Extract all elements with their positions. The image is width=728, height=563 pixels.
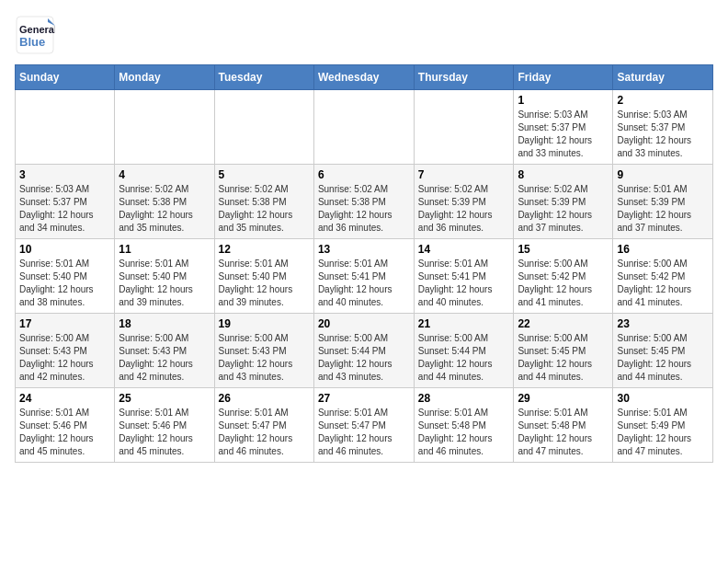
calendar-cell: 27Sunrise: 5:01 AM Sunset: 5:47 PM Dayli… [313, 388, 414, 463]
calendar-cell: 5Sunrise: 5:02 AM Sunset: 5:38 PM Daylig… [214, 165, 313, 239]
day-info: Sunrise: 5:00 AM Sunset: 5:44 PM Dayligh… [318, 332, 410, 384]
day-info: Sunrise: 5:01 AM Sunset: 5:40 PM Dayligh… [19, 258, 110, 309]
day-number: 10 [19, 243, 110, 256]
day-info: Sunrise: 5:01 AM Sunset: 5:46 PM Dayligh… [19, 407, 110, 458]
calendar-cell: 3Sunrise: 5:03 AM Sunset: 5:37 PM Daylig… [16, 165, 115, 239]
day-number: 14 [418, 243, 510, 256]
day-number: 1 [518, 94, 609, 107]
calendar-cell [313, 90, 414, 165]
calendar-cell: 22Sunrise: 5:00 AM Sunset: 5:45 PM Dayli… [514, 314, 613, 388]
calendar-cell: 17Sunrise: 5:00 AM Sunset: 5:43 PM Dayli… [16, 314, 115, 388]
day-info: Sunrise: 5:01 AM Sunset: 5:49 PM Dayligh… [617, 407, 709, 458]
calendar-cell: 15Sunrise: 5:00 AM Sunset: 5:42 PM Dayli… [514, 239, 613, 314]
day-number: 28 [418, 392, 510, 405]
calendar-cell: 7Sunrise: 5:02 AM Sunset: 5:39 PM Daylig… [414, 165, 514, 239]
calendar-cell: 14Sunrise: 5:01 AM Sunset: 5:41 PM Dayli… [414, 239, 514, 314]
day-info: Sunrise: 5:02 AM Sunset: 5:39 PM Dayligh… [418, 183, 510, 235]
day-number: 30 [617, 392, 709, 405]
calendar-cell [16, 90, 115, 165]
calendar-cell: 19Sunrise: 5:00 AM Sunset: 5:43 PM Dayli… [214, 314, 313, 388]
day-info: Sunrise: 5:01 AM Sunset: 5:39 PM Dayligh… [617, 183, 709, 235]
day-info: Sunrise: 5:01 AM Sunset: 5:41 PM Dayligh… [318, 258, 410, 309]
day-info: Sunrise: 5:01 AM Sunset: 5:48 PM Dayligh… [418, 407, 510, 458]
day-info: Sunrise: 5:00 AM Sunset: 5:42 PM Dayligh… [617, 258, 709, 309]
day-number: 24 [19, 392, 110, 405]
calendar-cell: 4Sunrise: 5:02 AM Sunset: 5:38 PM Daylig… [115, 165, 214, 239]
calendar-cell: 30Sunrise: 5:01 AM Sunset: 5:49 PM Dayli… [613, 388, 713, 463]
day-info: Sunrise: 5:03 AM Sunset: 5:37 PM Dayligh… [518, 109, 609, 160]
calendar-cell: 12Sunrise: 5:01 AM Sunset: 5:40 PM Dayli… [214, 239, 313, 314]
calendar-cell: 2Sunrise: 5:03 AM Sunset: 5:37 PM Daylig… [613, 90, 713, 165]
page-header: General Blue [15, 15, 713, 55]
logo-svg: General Blue [15, 15, 55, 55]
day-info: Sunrise: 5:00 AM Sunset: 5:45 PM Dayligh… [518, 332, 609, 384]
day-info: Sunrise: 5:00 AM Sunset: 5:45 PM Dayligh… [617, 332, 709, 384]
day-info: Sunrise: 5:03 AM Sunset: 5:37 PM Dayligh… [617, 109, 709, 160]
calendar-cell: 9Sunrise: 5:01 AM Sunset: 5:39 PM Daylig… [613, 165, 713, 239]
day-number: 20 [318, 317, 410, 330]
day-number: 2 [617, 94, 709, 107]
calendar-week-row: 10Sunrise: 5:01 AM Sunset: 5:40 PM Dayli… [16, 239, 713, 314]
day-number: 27 [318, 392, 410, 405]
calendar-cell: 25Sunrise: 5:01 AM Sunset: 5:46 PM Dayli… [115, 388, 214, 463]
day-number: 15 [518, 243, 609, 256]
weekday-header: Saturday [613, 65, 713, 90]
day-number: 4 [119, 168, 210, 181]
calendar-cell: 6Sunrise: 5:02 AM Sunset: 5:38 PM Daylig… [313, 165, 414, 239]
day-info: Sunrise: 5:01 AM Sunset: 5:46 PM Dayligh… [119, 407, 210, 458]
weekday-header: Tuesday [214, 65, 313, 90]
day-number: 23 [617, 317, 709, 330]
day-info: Sunrise: 5:01 AM Sunset: 5:40 PM Dayligh… [119, 258, 210, 309]
calendar-cell: 10Sunrise: 5:01 AM Sunset: 5:40 PM Dayli… [16, 239, 115, 314]
day-number: 21 [418, 317, 510, 330]
calendar-cell: 1Sunrise: 5:03 AM Sunset: 5:37 PM Daylig… [514, 90, 613, 165]
calendar-cell: 20Sunrise: 5:00 AM Sunset: 5:44 PM Dayli… [313, 314, 414, 388]
calendar-week-row: 24Sunrise: 5:01 AM Sunset: 5:46 PM Dayli… [16, 388, 713, 463]
day-number: 3 [19, 168, 110, 181]
calendar-cell: 18Sunrise: 5:00 AM Sunset: 5:43 PM Dayli… [115, 314, 214, 388]
weekday-header: Sunday [16, 65, 115, 90]
calendar-table: SundayMondayTuesdayWednesdayThursdayFrid… [15, 64, 713, 463]
weekday-header: Monday [115, 65, 214, 90]
day-number: 6 [318, 168, 410, 181]
calendar-cell: 26Sunrise: 5:01 AM Sunset: 5:47 PM Dayli… [214, 388, 313, 463]
calendar-cell [414, 90, 514, 165]
calendar-cell: 11Sunrise: 5:01 AM Sunset: 5:40 PM Dayli… [115, 239, 214, 314]
day-info: Sunrise: 5:01 AM Sunset: 5:47 PM Dayligh… [318, 407, 410, 458]
calendar-cell: 24Sunrise: 5:01 AM Sunset: 5:46 PM Dayli… [16, 388, 115, 463]
day-number: 22 [518, 317, 609, 330]
day-number: 19 [219, 317, 310, 330]
day-info: Sunrise: 5:00 AM Sunset: 5:42 PM Dayligh… [518, 258, 609, 309]
day-number: 26 [219, 392, 310, 405]
day-number: 18 [119, 317, 210, 330]
day-number: 5 [219, 168, 310, 181]
day-info: Sunrise: 5:02 AM Sunset: 5:39 PM Dayligh… [518, 183, 609, 235]
calendar-cell: 13Sunrise: 5:01 AM Sunset: 5:41 PM Dayli… [313, 239, 414, 314]
day-number: 29 [518, 392, 609, 405]
weekday-header: Thursday [414, 65, 514, 90]
day-number: 8 [518, 168, 609, 181]
day-number: 25 [119, 392, 210, 405]
day-number: 16 [617, 243, 709, 256]
day-info: Sunrise: 5:02 AM Sunset: 5:38 PM Dayligh… [318, 183, 410, 235]
weekday-header-row: SundayMondayTuesdayWednesdayThursdayFrid… [16, 65, 713, 90]
day-info: Sunrise: 5:01 AM Sunset: 5:40 PM Dayligh… [219, 258, 310, 309]
day-info: Sunrise: 5:00 AM Sunset: 5:43 PM Dayligh… [19, 332, 110, 384]
calendar-week-row: 1Sunrise: 5:03 AM Sunset: 5:37 PM Daylig… [16, 90, 713, 165]
day-info: Sunrise: 5:02 AM Sunset: 5:38 PM Dayligh… [119, 183, 210, 235]
day-info: Sunrise: 5:00 AM Sunset: 5:44 PM Dayligh… [418, 332, 510, 384]
weekday-header: Friday [514, 65, 613, 90]
calendar-cell: 16Sunrise: 5:00 AM Sunset: 5:42 PM Dayli… [613, 239, 713, 314]
day-info: Sunrise: 5:01 AM Sunset: 5:47 PM Dayligh… [219, 407, 310, 458]
calendar-cell: 8Sunrise: 5:02 AM Sunset: 5:39 PM Daylig… [514, 165, 613, 239]
logo: General Blue [15, 15, 55, 55]
calendar-cell: 28Sunrise: 5:01 AM Sunset: 5:48 PM Dayli… [414, 388, 514, 463]
day-number: 11 [119, 243, 210, 256]
day-info: Sunrise: 5:03 AM Sunset: 5:37 PM Dayligh… [19, 183, 110, 235]
calendar-cell: 23Sunrise: 5:00 AM Sunset: 5:45 PM Dayli… [613, 314, 713, 388]
weekday-header: Wednesday [313, 65, 414, 90]
day-number: 12 [219, 243, 310, 256]
day-info: Sunrise: 5:01 AM Sunset: 5:48 PM Dayligh… [518, 407, 609, 458]
calendar-cell: 29Sunrise: 5:01 AM Sunset: 5:48 PM Dayli… [514, 388, 613, 463]
day-number: 7 [418, 168, 510, 181]
